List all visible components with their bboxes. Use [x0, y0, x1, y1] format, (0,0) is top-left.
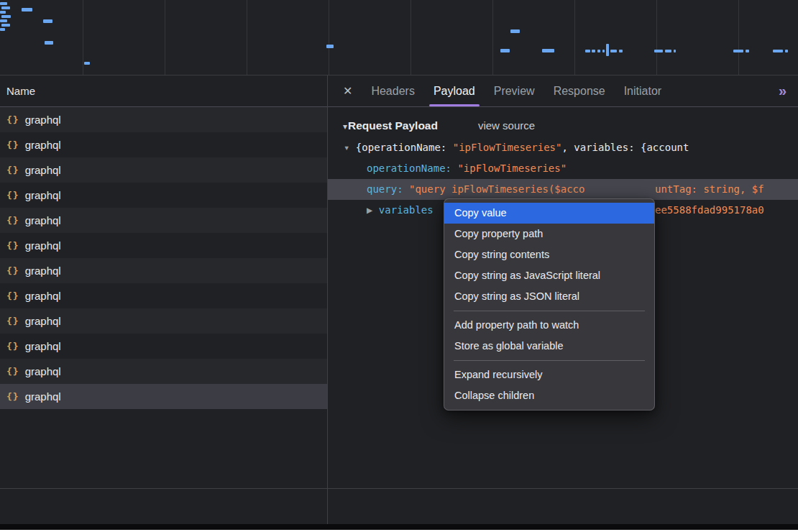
overview-activity-bar [665, 50, 671, 52]
payload-token: "ipFlowTimeseries" [453, 142, 562, 153]
request-name: graphql [25, 214, 61, 226]
request-name: graphql [25, 265, 61, 277]
request-name: graphql [25, 390, 61, 403]
more-tabs-button[interactable]: » [767, 83, 798, 99]
json-file-icon: {} [6, 215, 19, 226]
network-request-row[interactable]: {}graphql [0, 233, 327, 258]
disclosure-triangle: ▾ [344, 142, 356, 153]
payload-token: variables [379, 204, 434, 216]
network-request-row[interactable]: {}graphql [0, 384, 327, 409]
request-name: graphql [25, 189, 61, 201]
menu-item-copy-value[interactable]: Copy value [444, 203, 654, 224]
overview-activity-bar [746, 50, 749, 52]
menu-item-store-as-global-variable[interactable]: Store as global variable [444, 336, 654, 357]
overview-activity-bar [45, 41, 53, 45]
request-name: graphql [25, 114, 61, 126]
network-overview[interactable] [0, 0, 798, 75]
tabs: HeadersPayloadPreviewResponseInitiator [362, 75, 671, 106]
details-tabbar: ✕ HeadersPayloadPreviewResponseInitiator… [328, 75, 798, 107]
payload-token: operationName: [367, 162, 457, 174]
payload-tree-row[interactable]: operationName: "ipFlowTimeseries" [328, 158, 798, 179]
menu-item-copy-string-as-json-literal[interactable]: Copy string as JSON literal [444, 286, 654, 307]
overview-activity-bar [674, 50, 676, 52]
overview-activity-bar [0, 2, 7, 5]
overview-activity-bar [500, 49, 510, 52]
overview-activity-bar [1, 15, 11, 18]
menu-item-add-property-path-to-watch[interactable]: Add property path to watch [444, 315, 654, 336]
overview-activity-bar [619, 50, 623, 52]
overview-gridline [83, 0, 83, 75]
menu-item-collapse-children[interactable]: Collapse children [444, 385, 654, 406]
request-payload-title: Request Payload [348, 119, 438, 132]
network-request-row[interactable]: {}graphql [0, 359, 327, 384]
overview-activity-bar [1, 6, 10, 9]
json-file-icon: {} [6, 139, 19, 150]
payload-token: , variables: {account [561, 142, 689, 153]
network-request-row[interactable]: {}graphql [0, 208, 327, 233]
tab-initiator[interactable]: Initiator [615, 75, 671, 106]
json-file-icon: {} [6, 366, 19, 377]
menu-separator [454, 360, 645, 361]
panel-divider [0, 488, 798, 489]
request-payload-disclosure-triangle[interactable]: ▾ [343, 121, 347, 132]
network-request-row[interactable]: {}graphql [0, 183, 327, 208]
network-request-list-panel: Name {}graphql{}graphql{}graphql{}graphq… [0, 75, 328, 524]
network-request-row[interactable]: {}graphql [0, 157, 327, 183]
request-name: graphql [25, 340, 61, 352]
menu-item-copy-property-path[interactable]: Copy property path [444, 224, 654, 244]
overview-activity-bar [654, 50, 663, 52]
payload-token: "ipFlowTimeseries" [457, 162, 567, 174]
tab-preview[interactable]: Preview [485, 75, 544, 106]
overview-activity-bar [1, 24, 10, 27]
request-name: graphql [25, 139, 61, 151]
overview-activity-bar [785, 50, 788, 52]
overview-gridline [165, 0, 165, 75]
overview-gridline [247, 0, 247, 75]
menu-separator [454, 311, 645, 311]
network-request-row[interactable]: {}graphql [0, 132, 327, 157]
overview-activity-bar [585, 50, 590, 52]
overview-activity-bar [0, 28, 5, 31]
overview-activity-bar [733, 50, 743, 52]
menu-item-copy-string-as-javascript-literal[interactable]: Copy string as JavaScript literal [444, 265, 654, 286]
json-file-icon: {} [6, 290, 19, 301]
column-header-name[interactable]: Name [0, 75, 327, 107]
json-file-icon: {} [6, 265, 19, 276]
json-file-icon: {} [6, 316, 19, 326]
overview-gridline [329, 0, 329, 75]
network-request-row[interactable]: {}graphql [0, 258, 327, 283]
overview-activity-bar [0, 19, 7, 22]
network-request-row[interactable]: {}graphql [0, 283, 327, 308]
payload-token: query: [367, 183, 409, 195]
overview-activity-bar [22, 8, 32, 12]
payload-token-tail: untTag: string, $f [655, 179, 764, 200]
payload-token: {operationName: [356, 142, 453, 153]
request-rows: {}graphql{}graphql{}graphql{}graphql{}gr… [0, 107, 327, 524]
tab-headers[interactable]: Headers [362, 75, 423, 106]
overview-activity-bar [542, 49, 554, 52]
network-request-row[interactable]: {}graphql [0, 107, 327, 132]
network-request-row[interactable]: {}graphql [0, 308, 327, 334]
menu-item-expand-recursively[interactable]: Expand recursively [444, 364, 654, 385]
tab-response[interactable]: Response [544, 75, 615, 106]
overview-activity-bar [610, 50, 617, 52]
payload-tree-row[interactable]: query: "query ipFlowTimeseries($accountT… [328, 179, 798, 200]
network-request-row[interactable]: {}graphql [0, 334, 327, 359]
payload-token-tail: ee5588fdad995178a0 [655, 200, 764, 221]
overview-activity-bar [773, 50, 783, 52]
disclosure-triangle: ▶ [367, 204, 379, 216]
overview-activity-bar [606, 44, 609, 56]
overview-activity-bar [0, 11, 6, 14]
payload-tree-row[interactable]: ▾ {operationName: "ipFlowTimeseries", va… [328, 137, 798, 158]
request-name: graphql [25, 239, 61, 252]
overview-gridline [656, 0, 657, 75]
json-file-icon: {} [6, 240, 19, 251]
menu-item-copy-string-contents[interactable]: Copy string contents [444, 244, 654, 265]
overview-gridline [492, 0, 493, 75]
overview-activity-bar [597, 50, 600, 52]
view-source-link[interactable]: view source [478, 119, 535, 132]
overview-activity-bar [43, 19, 52, 23]
request-name: graphql [25, 365, 61, 377]
close-details-button[interactable]: ✕ [334, 84, 362, 98]
tab-payload[interactable]: Payload [424, 75, 485, 106]
